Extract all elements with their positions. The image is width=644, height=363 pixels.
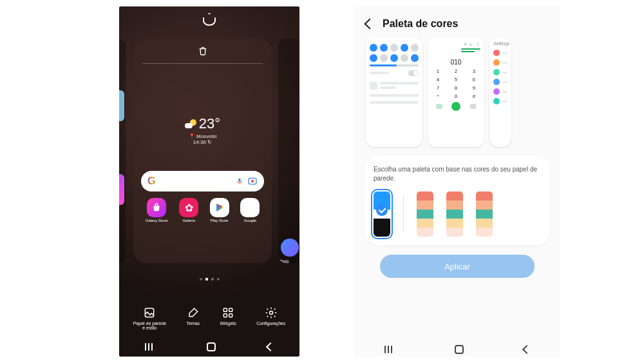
swatch xyxy=(417,210,433,219)
page-indicator[interactable] xyxy=(119,278,299,280)
svg-point-2 xyxy=(251,180,254,182)
swatch xyxy=(446,228,463,237)
palette-option[interactable] xyxy=(374,191,390,237)
swatch xyxy=(417,219,433,228)
mic-icon[interactable] xyxy=(236,176,243,186)
menu-label: Widgets xyxy=(220,321,236,326)
dialer-display: 010 xyxy=(431,59,480,66)
weather-widget[interactable]: 23° 📍 Morumbi 14:36 ↻ xyxy=(133,115,272,145)
app-label: Galeria xyxy=(182,219,194,222)
settings-row-line xyxy=(502,91,507,93)
swatch xyxy=(374,219,390,228)
chooser-description: Escolha uma paleta com base nas cores do… xyxy=(374,165,541,182)
widgets-icon xyxy=(222,306,234,319)
gear-icon xyxy=(265,306,278,319)
swatch xyxy=(417,201,433,210)
home-pages-carousel[interactable]: 23° 📍 Morumbi 14:36 ↻ G xyxy=(119,39,299,263)
google-g-icon: G xyxy=(147,175,155,187)
dialer-key: 1 xyxy=(431,68,444,74)
settings-row xyxy=(493,98,507,104)
preview-quick-settings xyxy=(366,37,422,147)
svg-rect-5 xyxy=(229,308,232,311)
weather-time: 14:36 xyxy=(193,139,206,145)
app-galaxy-store[interactable]: Galaxy Store xyxy=(146,198,168,222)
weather-location: Morumbi xyxy=(196,133,216,139)
nav-back-button[interactable] xyxy=(266,342,275,351)
svg-rect-7 xyxy=(229,313,232,317)
page-title: Paleta de cores xyxy=(383,18,458,30)
thumb-image-icon xyxy=(119,90,124,121)
play-store-icon xyxy=(210,198,229,217)
app-play-store[interactable]: Play Store xyxy=(210,198,229,222)
home-page-prev[interactable] xyxy=(119,39,126,263)
settings-row xyxy=(493,59,507,66)
app-google-folder[interactable]: Google xyxy=(240,198,260,222)
add-page-dot-icon xyxy=(217,278,220,280)
settings-row xyxy=(493,69,507,75)
search-icon: ⌕ xyxy=(469,41,473,47)
settings-row xyxy=(493,88,507,95)
menu-label: Temas xyxy=(186,321,200,326)
menu-settings[interactable]: Configurações xyxy=(256,306,285,331)
app-label-partial: Reló xyxy=(279,259,289,263)
weather-sun-cloud-icon xyxy=(185,119,196,128)
palette-options-row xyxy=(374,191,541,237)
palette-option[interactable] xyxy=(417,191,433,237)
swatch xyxy=(417,228,433,237)
back-button[interactable] xyxy=(365,19,375,30)
preview-settings: Settings xyxy=(489,37,511,147)
app-galeria[interactable]: ✿ Galeria xyxy=(179,198,198,222)
preview-dialer: + ⌕ ⋮ 010 123456789*0# xyxy=(428,37,484,147)
screen-header: Paleta de cores xyxy=(354,6,560,37)
lens-icon[interactable] xyxy=(247,176,258,186)
menu-wallpaper-style[interactable]: Papel de parede e estilo xyxy=(133,306,166,331)
divider xyxy=(142,63,263,64)
home-page-next[interactable]: Reló xyxy=(278,39,299,263)
backspace-icon xyxy=(469,104,476,109)
home-app-row: Galaxy Store ✿ Galeria Play Store xyxy=(140,198,265,222)
app-label: Google xyxy=(244,219,256,222)
swatch xyxy=(476,219,493,228)
palette-option[interactable] xyxy=(446,191,463,237)
settings-row-line xyxy=(502,72,507,74)
go-home-button[interactable] xyxy=(119,6,299,26)
apply-button[interactable]: Aplicar xyxy=(380,255,535,278)
color-palette-screen: Paleta de cores + ⌕ ⋮ 010 123456789*0# xyxy=(354,6,560,357)
palette-preview-row[interactable]: + ⌕ ⋮ 010 123456789*0# Settings xyxy=(354,37,560,147)
menu-widgets[interactable]: Widgets xyxy=(220,306,236,331)
nav-home-button[interactable] xyxy=(455,345,464,354)
settings-row-icon xyxy=(493,88,500,95)
galaxy-store-icon xyxy=(147,198,166,217)
settings-row-line xyxy=(502,81,507,83)
nav-back-button[interactable] xyxy=(522,345,531,354)
home-page-current[interactable]: 23° 📍 Morumbi 14:36 ↻ G xyxy=(133,39,272,263)
palette-option[interactable] xyxy=(476,191,493,237)
more-icon: ⋮ xyxy=(475,41,480,47)
nav-home-button[interactable] xyxy=(207,342,216,351)
dialer-key: 8 xyxy=(450,85,462,91)
google-search-bar[interactable]: G xyxy=(141,171,264,191)
nav-recents-button[interactable] xyxy=(384,346,395,353)
clock-app-icon xyxy=(281,239,299,257)
dialer-key: # xyxy=(468,93,480,99)
dot-icon xyxy=(211,278,214,280)
delete-page-button[interactable] xyxy=(133,39,272,57)
nav-recents-button[interactable] xyxy=(145,343,155,351)
settings-row-icon xyxy=(493,59,500,66)
nav-bar xyxy=(119,342,299,351)
thumb-image-icon xyxy=(119,174,124,205)
swatch xyxy=(476,228,493,237)
checkmark-icon xyxy=(376,204,388,216)
dialer-key: * xyxy=(431,93,444,99)
svg-rect-0 xyxy=(239,179,241,182)
voicemail-icon xyxy=(436,104,442,109)
app-label: Play Store xyxy=(211,219,229,222)
editor-bottom-menu: Papel de parede e estilo Temas Widgets C… xyxy=(119,306,299,331)
menu-themes[interactable]: Temas xyxy=(186,306,200,331)
swatch xyxy=(374,228,390,237)
swatch xyxy=(476,210,493,219)
weather-temp: 23° xyxy=(199,115,220,132)
trash-icon xyxy=(198,45,208,57)
galeria-icon: ✿ xyxy=(179,198,198,217)
settings-row-line xyxy=(502,62,507,64)
